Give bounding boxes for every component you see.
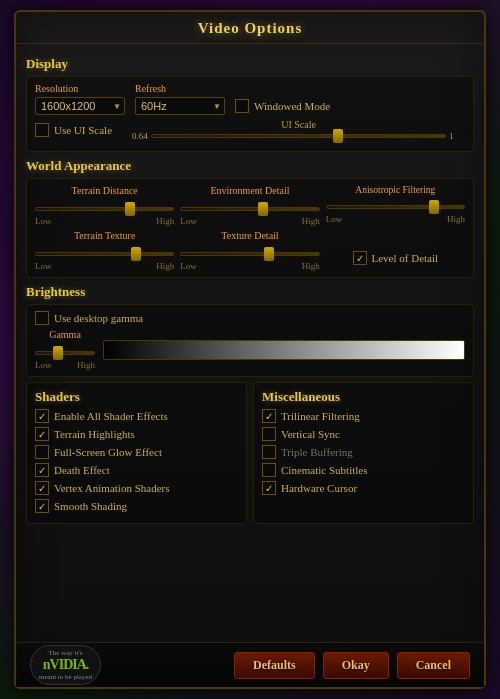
world-section-box: Terrain Distance Low High Environment De… [26,178,474,278]
defaults-button[interactable]: Defaults [234,652,315,679]
shader-checkbox-0[interactable] [35,409,49,423]
environment-detail-lh: Low High [180,216,319,226]
desktop-gamma-label: Use desktop gamma [54,312,143,324]
gamma-row: Gamma Low High [35,329,465,370]
misc-box: Miscellaneous Trilinear FilteringVertica… [253,382,474,524]
gamma-slider[interactable] [35,351,95,355]
misc-item-2: Triple Buffering [262,445,465,459]
gamma-lh: Low High [35,360,95,370]
anisotropic-slider[interactable] [326,205,465,209]
misc-item-3: Cinematic Subtitles [262,463,465,477]
ui-scale-slider-container: 0.64 1 [132,131,465,141]
refresh-select[interactable]: 60Hz [135,97,225,115]
shader-checkbox-2[interactable] [35,445,49,459]
refresh-label: Refresh [135,83,225,94]
resolution-select[interactable]: 1600x1200 [35,97,125,115]
refresh-group: Refresh 60Hz [135,83,225,115]
misc-checkbox-3[interactable] [262,463,276,477]
bottom-grid: Shaders Enable All Shader EffectsTerrain… [26,382,474,524]
terrain-texture-slider[interactable] [35,252,174,256]
nvidia-top-text: The way it's [49,649,83,657]
brightness-section-title: Brightness [26,284,474,300]
resolution-select-wrapper: 1600x1200 [35,96,125,115]
terrain-texture-label: Terrain Texture [35,230,174,241]
use-ui-scale-group: Use UI Scale [35,123,112,137]
texture-detail-lh: Low High [180,261,319,271]
misc-label-0: Trilinear Filtering [281,410,360,422]
terrain-distance-high: High [156,216,174,226]
shader-label-5: Smooth Shading [54,500,127,512]
terrain-distance-slider[interactable] [35,207,174,211]
display-section-box: Resolution 1600x1200 Refresh 60Hz [26,76,474,152]
terrain-distance-low: Low [35,216,52,226]
shaders-section-title: Shaders [35,389,238,405]
shader-item-4: Vertex Animation Shaders [35,481,238,495]
anisotropic-high: High [447,214,465,224]
misc-item-0: Trilinear Filtering [262,409,465,423]
shaders-list: Enable All Shader EffectsTerrain Highlig… [35,409,238,513]
misc-list: Trilinear FilteringVertical SyncTriple B… [262,409,465,495]
ui-scale-row: Use UI Scale UI Scale 0.64 1 [35,119,465,141]
anisotropic-low: Low [326,214,343,224]
nvidia-logo: nVIDIA. [43,657,89,673]
desktop-gamma-checkbox[interactable] [35,311,49,325]
misc-item-4: Hardware Cursor [262,481,465,495]
display-section-title: Display [26,56,474,72]
shader-label-1: Terrain Highlights [54,428,135,440]
page-title: Video Options [16,20,484,37]
terrain-texture-lh: Low High [35,261,174,271]
shader-item-2: Full-Screen Glow Effect [35,445,238,459]
gamma-slider-group: Gamma Low High [35,329,95,370]
level-of-detail-checkbox[interactable] [353,251,367,265]
use-ui-scale-checkbox[interactable] [35,123,49,137]
misc-checkbox-0[interactable] [262,409,276,423]
cancel-button[interactable]: Cancel [397,652,470,679]
footer-buttons: Defaults Okay Cancel [234,652,470,679]
shader-checkbox-1[interactable] [35,427,49,441]
terrain-texture-high: High [156,261,174,271]
anisotropic-lh: Low High [326,214,465,224]
environment-detail-group: Environment Detail Low High [180,185,319,226]
brightness-section-box: Use desktop gamma Gamma Low High [26,304,474,377]
misc-checkbox-1[interactable] [262,427,276,441]
windowed-mode-group: Windowed Mode [235,99,330,113]
ui-scale-slider[interactable] [151,134,446,138]
shader-checkbox-5[interactable] [35,499,49,513]
shader-label-2: Full-Screen Glow Effect [54,446,162,458]
misc-item-1: Vertical Sync [262,427,465,441]
terrain-distance-lh: Low High [35,216,174,226]
shader-label-4: Vertex Animation Shaders [54,482,169,494]
shader-item-5: Smooth Shading [35,499,238,513]
misc-checkbox-2[interactable] [262,445,276,459]
ui-scale-max: 1 [449,131,465,141]
misc-label-1: Vertical Sync [281,428,340,440]
content-area: Display Resolution 1600x1200 Refresh 60H… [16,44,484,530]
gamma-label: Gamma [35,329,95,340]
shader-checkbox-3[interactable] [35,463,49,477]
gamma-high: High [77,360,95,370]
shader-item-3: Death Effect [35,463,238,477]
terrain-texture-group: Terrain Texture Low High [35,230,174,271]
environment-detail-low: Low [180,216,197,226]
okay-button[interactable]: Okay [323,652,389,679]
terrain-distance-label: Terrain Distance [35,185,174,196]
windowed-mode-checkbox[interactable] [235,99,249,113]
shader-checkbox-4[interactable] [35,481,49,495]
main-panel: Video Options Display Resolution 1600x12… [14,10,486,689]
world-section-title: World Appearance [26,158,474,174]
resolution-label: Resolution [35,83,125,94]
misc-label-3: Cinematic Subtitles [281,464,367,476]
texture-detail-slider[interactable] [180,252,319,256]
texture-detail-group: Texture Detail Low High [180,230,319,271]
environment-detail-slider[interactable] [180,207,319,211]
use-ui-scale-label: Use UI Scale [54,124,112,136]
gamma-bar [103,340,465,360]
misc-section-title: Miscellaneous [262,389,465,405]
shader-label-0: Enable All Shader Effects [54,410,168,422]
nvidia-badge: The way it's nVIDIA. meant to be played [30,645,101,685]
misc-checkbox-4[interactable] [262,481,276,495]
level-of-detail-group: Level of Detail [326,251,465,271]
texture-detail-low: Low [180,261,197,271]
texture-detail-high: High [302,261,320,271]
level-of-detail-label: Level of Detail [372,252,439,264]
